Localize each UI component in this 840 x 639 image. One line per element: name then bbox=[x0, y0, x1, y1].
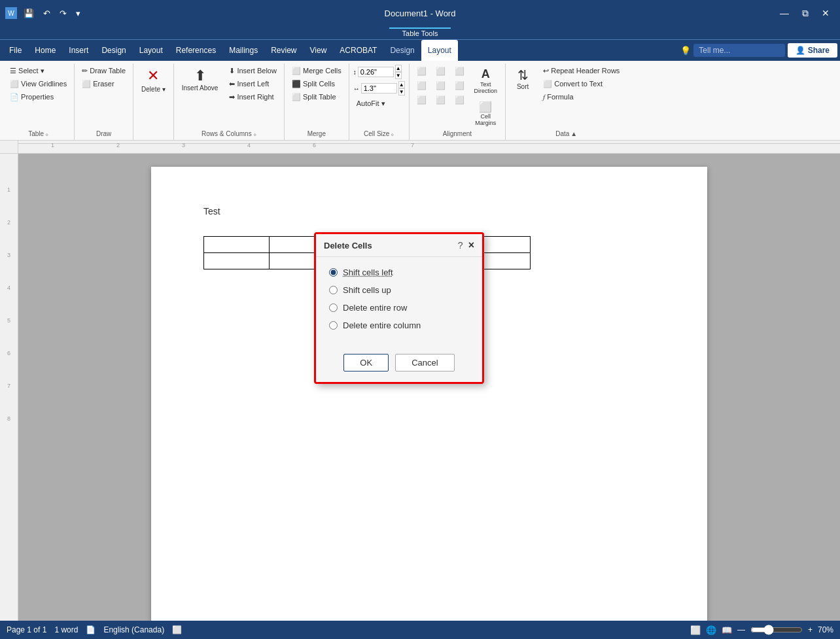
share-button[interactable]: 👤 Share bbox=[788, 43, 837, 58]
table-group-column: ☰ Select ▾ ⬜ View Gridlines 📄 Properties bbox=[7, 65, 70, 103]
zoom-level[interactable]: 70% bbox=[818, 625, 833, 634]
align-tl-button[interactable]: ⬜ bbox=[413, 65, 430, 78]
align-cl-button[interactable]: ⬜ bbox=[413, 79, 430, 92]
merge-cells-button[interactable]: ⬜ Merge Cells bbox=[289, 65, 345, 77]
draw-table-button[interactable]: ✏ Draw Table bbox=[79, 65, 129, 77]
table-cell[interactable] bbox=[204, 253, 270, 269]
convert-text-button[interactable]: ⬜ Convert to Text bbox=[540, 78, 623, 90]
width-input[interactable] bbox=[361, 83, 397, 94]
menu-view[interactable]: View bbox=[304, 40, 334, 61]
radio-delete-row[interactable]: Delete entire row bbox=[329, 303, 469, 313]
close-button[interactable]: ✕ bbox=[816, 5, 835, 21]
sort-button[interactable]: ⇅ Sort bbox=[510, 65, 536, 93]
align-col1: ⬜ ⬜ ⬜ bbox=[413, 65, 430, 129]
doc-container: 1 2 3 4 5 6 7 8 Test bbox=[0, 154, 840, 639]
radio-delete-row-input[interactable] bbox=[329, 303, 338, 312]
height-down-button[interactable]: ▼ bbox=[395, 72, 402, 79]
text-direction-button[interactable]: A TextDirection bbox=[470, 65, 502, 97]
insert-above-label: Insert Above bbox=[182, 84, 219, 92]
ribbon: ☰ Select ▾ ⬜ View Gridlines 📄 Properties… bbox=[0, 61, 840, 141]
align-cc-button[interactable]: ⬜ bbox=[432, 79, 449, 92]
cell-margins-label: CellMargins bbox=[475, 113, 496, 126]
redo-qat-button[interactable]: ↷ bbox=[57, 7, 69, 20]
align-cr-button[interactable]: ⬜ bbox=[451, 79, 468, 92]
menu-table-design[interactable]: Design bbox=[383, 40, 421, 61]
width-down-button[interactable]: ▼ bbox=[398, 88, 405, 95]
select-button[interactable]: ☰ Select ▾ bbox=[7, 65, 70, 77]
menu-references[interactable]: References bbox=[169, 40, 222, 61]
menu-home[interactable]: Home bbox=[28, 40, 62, 61]
delete-cells-dialog: Delete Cells ? × Shift cells left Shift … bbox=[314, 232, 484, 384]
alignment-group-content: ⬜ ⬜ ⬜ ⬜ ⬜ ⬜ ⬜ ⬜ ⬜ A TextDirecti bbox=[413, 65, 502, 129]
radio-delete-col-input[interactable] bbox=[329, 321, 338, 330]
align-br-button[interactable]: ⬜ bbox=[451, 94, 468, 107]
insert-below-button[interactable]: ⬇ Insert Below bbox=[226, 65, 280, 77]
view-mode-button[interactable]: ⬜ bbox=[690, 625, 701, 635]
customize-qat-button[interactable]: ▾ bbox=[73, 7, 83, 20]
align-bc-button[interactable]: ⬜ bbox=[432, 94, 449, 107]
word-app-icon: W bbox=[5, 7, 17, 19]
undo-qat-button[interactable]: ↶ bbox=[41, 7, 53, 20]
menu-file[interactable]: File bbox=[3, 40, 28, 61]
menu-acrobat[interactable]: ACROBAT bbox=[333, 40, 383, 61]
menu-layout[interactable]: Layout bbox=[133, 40, 169, 61]
minimize-button[interactable]: — bbox=[775, 5, 794, 21]
split-table-button[interactable]: ⬜ Split Table bbox=[289, 91, 345, 103]
table-group-label: Table ⬦ bbox=[7, 129, 70, 139]
document-text[interactable]: Test bbox=[203, 206, 655, 216]
rows-cols-label: Rows & Columns ⬦ bbox=[178, 129, 280, 139]
web-view-button[interactable]: 🌐 bbox=[706, 625, 716, 635]
view-gridlines-button[interactable]: ⬜ View Gridlines bbox=[7, 78, 70, 90]
height-input[interactable] bbox=[358, 67, 394, 77]
split-cells-button[interactable]: ⬛ Split Cells bbox=[289, 78, 345, 90]
table-icon[interactable]: ⬜ bbox=[172, 625, 182, 634]
dialog-close-button[interactable]: × bbox=[468, 239, 474, 251]
radio-shift-up[interactable]: Shift cells up bbox=[329, 285, 469, 295]
width-up-button[interactable]: ▲ bbox=[398, 81, 405, 88]
menu-table-layout[interactable]: Layout bbox=[421, 40, 458, 61]
table-cell[interactable] bbox=[204, 237, 270, 253]
align-tc-button[interactable]: ⬜ bbox=[432, 65, 449, 78]
insert-group-content: ⬆ Insert Above ⬇ Insert Below ⬅ Insert L… bbox=[178, 65, 280, 129]
radio-shift-up-input[interactable] bbox=[329, 286, 338, 294]
restore-button[interactable]: ⧉ bbox=[797, 5, 814, 22]
tell-me-input[interactable] bbox=[693, 44, 785, 57]
formula-button[interactable]: 𝑓 Formula bbox=[540, 91, 623, 103]
height-spinner: ▲ ▼ bbox=[395, 65, 402, 79]
document-area: Test bbox=[18, 154, 840, 639]
menu-review[interactable]: Review bbox=[264, 40, 303, 61]
delete-button[interactable]: ✕ Delete ▾ bbox=[137, 65, 169, 95]
doc-check-icon[interactable]: 📄 bbox=[86, 625, 96, 634]
language[interactable]: English (Canada) bbox=[103, 625, 164, 634]
height-up-button[interactable]: ▲ bbox=[395, 65, 402, 72]
data-column: ↩ Repeat Header Rows ⬜ Convert to Text 𝑓… bbox=[540, 65, 623, 103]
zoom-out-icon: — bbox=[737, 625, 745, 634]
merge-group-content: ⬜ Merge Cells ⬛ Split Cells ⬜ Split Tabl… bbox=[289, 65, 345, 129]
zoom-slider[interactable] bbox=[750, 625, 803, 635]
align-bl-button[interactable]: ⬜ bbox=[413, 94, 430, 107]
radio-delete-col[interactable]: Delete entire column bbox=[329, 320, 469, 330]
title-bar: W 💾 ↶ ↷ ▾ Document1 - Word — ⧉ ✕ bbox=[0, 0, 840, 26]
menu-bar: File Home Insert Design Layout Reference… bbox=[0, 40, 840, 61]
read-view-button[interactable]: 📖 bbox=[722, 625, 732, 635]
insert-left-button[interactable]: ⬅ Insert Left bbox=[226, 78, 280, 90]
dialog-title: Delete Cells bbox=[324, 241, 372, 250]
save-qat-button[interactable]: 💾 bbox=[21, 7, 37, 20]
merge-label: Merge bbox=[289, 129, 345, 139]
menu-mailings[interactable]: Mailings bbox=[222, 40, 264, 61]
properties-button[interactable]: 📄 Properties bbox=[7, 91, 70, 103]
radio-shift-left-input[interactable] bbox=[329, 268, 338, 277]
insert-right-button[interactable]: ➡ Insert Right bbox=[226, 91, 280, 103]
dialog-help-button[interactable]: ? bbox=[458, 240, 463, 250]
eraser-button[interactable]: ⬜ Eraser bbox=[79, 78, 129, 90]
cell-margins-button[interactable]: ⬜ CellMargins bbox=[471, 98, 500, 129]
menu-design[interactable]: Design bbox=[95, 40, 132, 61]
insert-above-button[interactable]: ⬆ Insert Above bbox=[178, 65, 222, 94]
dialog-ok-button[interactable]: OK bbox=[343, 354, 389, 371]
repeat-header-button[interactable]: ↩ Repeat Header Rows bbox=[540, 65, 623, 77]
autofit-button[interactable]: AutoFit ▾ bbox=[353, 97, 405, 110]
align-tr-button[interactable]: ⬜ bbox=[451, 65, 468, 78]
radio-shift-left[interactable]: Shift cells left bbox=[329, 268, 469, 277]
menu-insert[interactable]: Insert bbox=[62, 40, 95, 61]
dialog-cancel-button[interactable]: Cancel bbox=[395, 354, 454, 371]
